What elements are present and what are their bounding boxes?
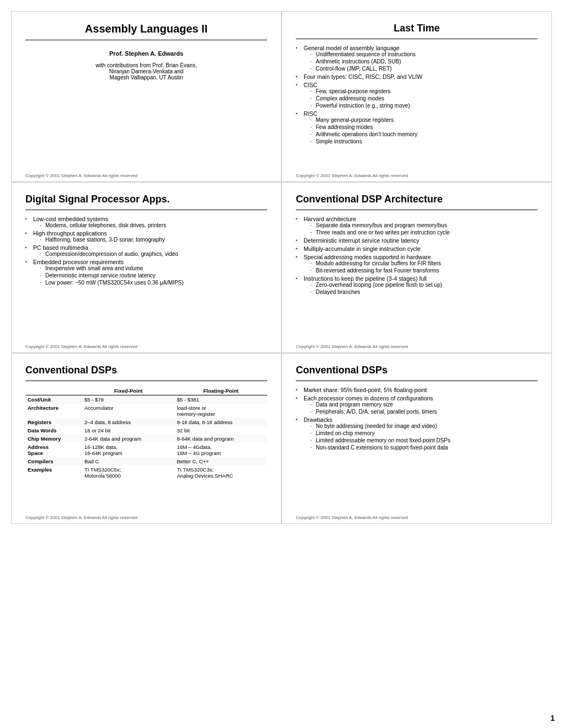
list-item: Zero-overhead looping (one pipeline flus…: [310, 282, 538, 288]
list-item: Deterministic interrupt service routine …: [40, 272, 267, 279]
sub-bullets: Compression/decompression of audio, grap…: [33, 251, 267, 257]
table-cell: 32 bit: [174, 426, 267, 435]
list-item: Inexpensive with small area and volume: [40, 265, 267, 271]
list-item: Separate data memory/bus and program mem…: [310, 222, 538, 228]
sub-bullets: Modems, cellular telephones, disk drives…: [33, 222, 267, 228]
page-number: 1: [550, 714, 555, 722]
slide-2-title: Last Time: [296, 23, 538, 34]
slide-4: Conventional DSP Architecture Harvard ar…: [282, 182, 552, 353]
slide-5: Conventional DSPs Fixed-Point Floating-P…: [11, 353, 282, 524]
list-item: CISC Few, special-purpose registers Comp…: [296, 82, 538, 109]
table-cell: TI TMS320C5x;Motorola 56000: [82, 465, 175, 480]
table-row: AddressSpace 16-128K data,16-64K program…: [25, 443, 267, 457]
table-row: Cost/Unit $5 - $79 $5 - $381: [25, 395, 267, 404]
table-cell: Compilers: [25, 457, 82, 465]
slide-5-title: Conventional DSPs: [25, 365, 267, 376]
slide-5-copyright: Copyright © 2001 Stephen A. Edwards All …: [25, 515, 137, 520]
sub-bullets: Separate data memory/bus and program mem…: [304, 222, 538, 235]
list-item: Arithmetic operations don't touch memory: [310, 131, 538, 137]
table-cell: Architecture: [25, 404, 82, 418]
table-cell: Accumulator: [82, 404, 175, 418]
table-cell: 16 or 24 bit: [82, 426, 175, 435]
list-item: Few, special-purpose registers: [310, 88, 538, 94]
table-header-float: Floating-Point: [174, 387, 267, 395]
list-item: Four main types: CISC, RISC, DSP, and VL…: [296, 73, 538, 80]
list-item: Deterministic interrupt service routine …: [296, 237, 538, 244]
slide-1-author: Prof. Stephen A. Edwards: [25, 50, 267, 57]
table-cell: AddressSpace: [25, 443, 82, 457]
sub-bullets: Modulo addressing for circular buffers f…: [304, 260, 538, 274]
slide-3-copyright: Copyright © 2001 Stephen A. Edwards All …: [25, 344, 137, 349]
list-item: Instructions to keep the pipeline (3-4 s…: [296, 275, 538, 295]
table-cell: Chip Memory: [25, 435, 82, 443]
list-item: Undifferentiated sequence of instruction…: [310, 51, 538, 57]
table-row: Architecture Accumulator load-store orme…: [25, 404, 267, 418]
sub-bullets: Data and program memory size Peripherals…: [304, 402, 538, 415]
table-header-col0: [25, 387, 82, 395]
slide-1-copyright: Copyright © 2001 Stephen A. Edwards All …: [25, 173, 137, 178]
slide-2-copyright: Copyright © 2001 Stephen A. Edwards All …: [296, 173, 408, 178]
list-item: Peripherals: A/D, D/A, serial, parallel …: [310, 409, 538, 415]
table-row: Compilers Bad C Better C, C++: [25, 457, 267, 465]
list-item: Arithmetic instructions (ADD, SUB): [310, 58, 538, 65]
table-cell: Cost/Unit: [25, 395, 82, 404]
sub-bullets: Many general-purpose registers Few addre…: [304, 117, 538, 144]
list-item: Powerful instruction (e.g., string move): [310, 103, 538, 109]
table-cell: load-store ormemory-register: [174, 404, 267, 418]
table-cell: $5 - $381: [174, 395, 267, 404]
slide-6-copyright: Copyright © 2001 Stephen A. Edwards All …: [296, 515, 408, 520]
table-row: Chip Memory 2-64K data and program 8-64K…: [25, 435, 267, 443]
sub-bullets: Few, special-purpose registers Complex a…: [304, 88, 538, 109]
list-item: Limited addressable memory on most fixed…: [310, 437, 538, 443]
slide-3-title: Digital Signal Processor Apps.: [25, 194, 267, 205]
table-cell: Better C, C++: [174, 457, 267, 465]
table-cell: 16-128K data,16-64K program: [82, 443, 175, 457]
list-item: General model of assembly language Undif…: [296, 45, 538, 72]
list-item: Complex addressing modes: [310, 95, 538, 101]
list-item: Low-cost embedded systems Modems, cellul…: [25, 216, 267, 228]
table-row: Data Words 16 or 24 bit 32 bit: [25, 426, 267, 435]
list-item: Modulo addressing for circular buffers f…: [310, 260, 538, 266]
page-container: Assembly Languages II Prof. Stephen A. E…: [0, 0, 563, 535]
list-item: Modems, cellular telephones, disk drives…: [40, 222, 267, 228]
sub-bullets: Undifferentiated sequence of instruction…: [304, 51, 538, 72]
table-cell: TI TMS320C3x;Analog Devices SHARC: [174, 465, 267, 480]
table-cell: Registers: [25, 418, 82, 426]
sub-bullets: Zero-overhead looping (one pipeline flus…: [304, 282, 538, 295]
table-cell: 8-64K data and program: [174, 435, 267, 443]
list-item: Simple instructions: [310, 138, 538, 144]
list-item: Three reads and one or two writes per in…: [310, 229, 538, 235]
table-row: Registers 2–4 data, 8 address 8-16 data,…: [25, 418, 267, 426]
slide-3-bullets: Low-cost embedded systems Modems, cellul…: [25, 216, 267, 286]
table-cell: 2-64K data and program: [82, 435, 175, 443]
list-item: Each processor comes in dozens of config…: [296, 395, 538, 415]
list-item: Drawbacks No byte addressing (needed for…: [296, 416, 538, 451]
sub-bullets: Inexpensive with small area and volume D…: [33, 265, 267, 286]
list-item: Harvard architecture Separate data memor…: [296, 216, 538, 235]
slide-1-contrib: with contributions from Prof. Brian Evan…: [25, 62, 267, 81]
list-item: Limited on-chip memory: [310, 430, 538, 436]
table-row: Examples TI TMS320C5x;Motorola 56000 TI …: [25, 465, 267, 480]
list-item: Delayed branches: [310, 289, 538, 295]
list-item: High-throughput applications Halftoning,…: [25, 230, 267, 243]
list-item: Multiply-accumulate in single instructio…: [296, 245, 538, 252]
table-header-fixed: Fixed-Point: [82, 387, 175, 395]
slide-1-title: Assembly Languages II: [25, 23, 267, 35]
table-cell: 2–4 data, 8 address: [82, 418, 175, 426]
list-item: Bit-reversed addressing for fast Fourier…: [310, 267, 538, 274]
table-cell: Bad C: [82, 457, 175, 465]
slide-6: Conventional DSPs Market share: 95% fixe…: [282, 353, 552, 524]
slide-4-title: Conventional DSP Architecture: [296, 194, 538, 205]
list-item: Market share: 95% fixed-point, 5% floati…: [296, 387, 538, 393]
slide-4-bullets: Harvard architecture Separate data memor…: [296, 216, 538, 295]
table-cell: Data Words: [25, 426, 82, 435]
list-item: PC based multimedia Compression/decompre…: [25, 244, 267, 257]
table-cell: 8-16 data, 8-16 address: [174, 418, 267, 426]
slide-4-copyright: Copyright © 2001 Stephen A. Edwards All …: [296, 344, 408, 349]
table-cell: 16M – 4Gdata,16M – 4G program: [174, 443, 267, 457]
list-item: Halftoning, base stations, 3-D sonar, to…: [40, 237, 267, 243]
sub-bullets: No byte addressing (needed for image and…: [304, 423, 538, 451]
slide-1: Assembly Languages II Prof. Stephen A. E…: [11, 11, 282, 182]
list-item: Low power: ~50 mW (TMS320C54x uses 0.36 …: [40, 280, 267, 286]
dsp-table: Fixed-Point Floating-Point Cost/Unit $5 …: [25, 387, 267, 480]
